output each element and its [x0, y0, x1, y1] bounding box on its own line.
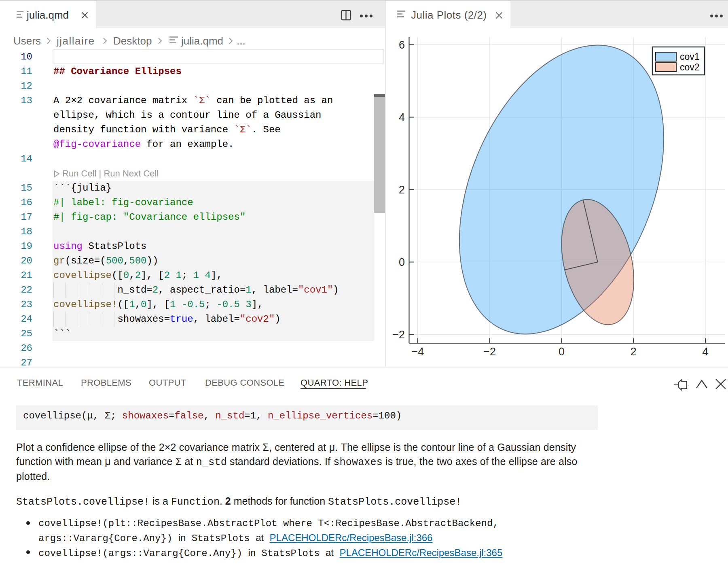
- svg-text:−4: −4: [411, 346, 424, 358]
- svg-text:cov2: cov2: [680, 62, 700, 72]
- svg-text:0: 0: [559, 346, 565, 358]
- svg-text:−2: −2: [392, 329, 405, 341]
- svg-text:−2: −2: [483, 346, 496, 358]
- svg-text:4: 4: [703, 346, 709, 358]
- svg-text:2: 2: [399, 184, 405, 196]
- svg-text:4: 4: [399, 111, 405, 123]
- svg-text:2: 2: [631, 346, 637, 358]
- svg-text:6: 6: [399, 39, 405, 51]
- svg-text:0: 0: [399, 256, 405, 268]
- svg-text:cov1: cov1: [680, 51, 700, 62]
